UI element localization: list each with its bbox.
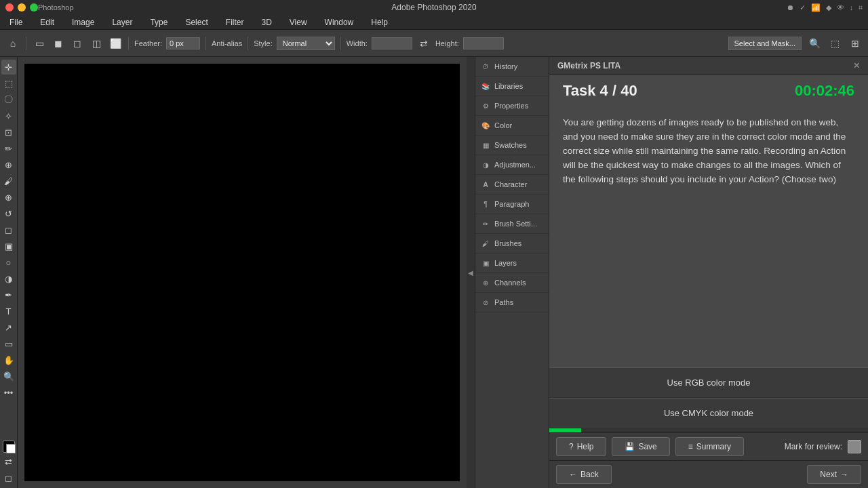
- panel-layers-label: Layers: [494, 259, 517, 267]
- color-icon: 🎨: [481, 121, 490, 130]
- panel-paragraph[interactable]: ¶ Paragraph: [475, 195, 549, 214]
- menu-edit[interactable]: Edit: [37, 16, 57, 28]
- clone-tool[interactable]: ⊕: [1, 190, 16, 205]
- panel-swatches[interactable]: ▦ Swatches: [475, 136, 549, 155]
- brush-tool[interactable]: 🖌: [1, 174, 16, 188]
- foreground-color[interactable]: [3, 441, 15, 453]
- bluetooth-icon: ⌗: [859, 3, 863, 12]
- layout-icon[interactable]: ⊞: [848, 36, 863, 51]
- gradient-tool[interactable]: ▣: [1, 239, 16, 253]
- gmetrix-body: You are getting dozens of images ready t…: [549, 105, 868, 367]
- title-bar-icons: ⏺ ✓ 📶 ◆ 👁 ↓ ⌗: [787, 3, 863, 12]
- close-button[interactable]: [5, 3, 14, 12]
- layers-icon: ▣: [481, 258, 490, 268]
- menu-window[interactable]: Window: [322, 16, 357, 28]
- dodge-tool[interactable]: ◑: [1, 271, 16, 286]
- move-tool[interactable]: ✛: [1, 60, 16, 75]
- summary-button[interactable]: ≡ Summary: [675, 437, 744, 456]
- menu-view[interactable]: View: [287, 16, 310, 28]
- panel-character-label: Character: [494, 180, 527, 188]
- nav-bar: ← Back Next →: [549, 460, 868, 488]
- lasso-tool[interactable]: 〇: [1, 92, 16, 107]
- menu-image[interactable]: Image: [69, 16, 97, 28]
- panel-character[interactable]: A Character: [475, 175, 549, 195]
- view-icon[interactable]: ⬚: [827, 36, 842, 51]
- zoom-tool[interactable]: 🔍: [1, 369, 16, 384]
- close-gmetrix-icon[interactable]: ✕: [853, 61, 860, 70]
- panel-paths[interactable]: ⊘ Paths: [475, 293, 549, 312]
- swap-icon[interactable]: ⇄: [416, 36, 431, 51]
- select-mask-button[interactable]: Select and Mask...: [728, 37, 802, 50]
- height-input[interactable]: [463, 37, 504, 49]
- panel-properties[interactable]: ⚙ Properties: [475, 96, 549, 116]
- back-button[interactable]: ← Back: [556, 465, 612, 484]
- menu-help[interactable]: Help: [368, 16, 391, 28]
- type-tool[interactable]: T: [1, 304, 16, 319]
- marquee2-icon[interactable]: ◼: [51, 36, 66, 51]
- collapse-handle[interactable]: ◀: [467, 57, 475, 488]
- menu-filter[interactable]: Filter: [223, 16, 247, 28]
- menu-3d[interactable]: 3D: [258, 16, 274, 28]
- properties-icon: ⚙: [481, 101, 490, 110]
- marquee4-icon[interactable]: ◫: [89, 36, 104, 51]
- panel-brushes-label: Brushes: [494, 239, 521, 247]
- width-input[interactable]: [372, 37, 412, 49]
- minimize-button[interactable]: [18, 3, 26, 12]
- marquee-tool[interactable]: ⬚: [1, 76, 16, 91]
- maximize-button[interactable]: [30, 3, 38, 12]
- next-button[interactable]: Next →: [807, 465, 861, 484]
- marquee3-icon[interactable]: ◻: [70, 36, 85, 51]
- bottom-bar: ? Help 💾 Save ≡ Summary Mark for review:: [549, 432, 868, 460]
- traffic-lights: [5, 3, 38, 12]
- panel-adjustments[interactable]: ◑ Adjustmen...: [475, 155, 549, 175]
- extra-tools[interactable]: •••: [1, 385, 16, 400]
- ps-panels: ⏱ History 📚 Libraries ⚙ Properties 🎨 Col…: [475, 57, 549, 488]
- panel-libraries[interactable]: 📚 Libraries: [475, 77, 549, 96]
- toolbar-separator-5: [340, 37, 341, 50]
- panel-history[interactable]: ⏱ History: [475, 57, 549, 77]
- mark-review-checkbox[interactable]: [848, 440, 861, 453]
- libraries-icon: 📚: [481, 81, 490, 91]
- panel-channels-label: Channels: [494, 279, 526, 287]
- history-brush-tool[interactable]: ↺: [1, 206, 16, 221]
- menu-bar: File Edit Image Layer Type Select Filter…: [0, 15, 868, 30]
- paragraph-icon: ¶: [481, 199, 490, 209]
- next-icon: →: [840, 470, 848, 479]
- save-button[interactable]: 💾 Save: [612, 437, 669, 456]
- antialias-label: Anti-alias: [212, 39, 242, 47]
- hand-tool[interactable]: ✋: [1, 352, 16, 367]
- menu-layer[interactable]: Layer: [109, 16, 135, 28]
- swap-colors[interactable]: ⇄: [1, 454, 16, 469]
- magic-wand-tool[interactable]: ✧: [1, 108, 16, 123]
- home-icon[interactable]: ⌂: [5, 36, 20, 51]
- panel-color[interactable]: 🎨 Color: [475, 116, 549, 136]
- eraser-tool[interactable]: ◻: [1, 222, 16, 237]
- healing-tool[interactable]: ⊕: [1, 157, 16, 172]
- search-icon[interactable]: 🔍: [807, 36, 822, 51]
- tool5-icon[interactable]: ⬜: [108, 36, 123, 51]
- menu-file[interactable]: File: [7, 16, 25, 28]
- edit-mode[interactable]: ◻: [1, 470, 16, 485]
- menu-select[interactable]: Select: [182, 16, 210, 28]
- toolbar-separator-2: [128, 37, 129, 50]
- blur-tool[interactable]: ○: [1, 255, 16, 270]
- path-selection-tool[interactable]: ↗: [1, 320, 16, 335]
- gmetrix-header: GMetrix PS LITA ✕: [549, 57, 868, 75]
- feather-input[interactable]: [166, 37, 200, 49]
- answer-rgb[interactable]: Use RGB color mode: [549, 367, 868, 398]
- eyedropper-tool[interactable]: ✏: [1, 141, 16, 156]
- answer-cmyk[interactable]: Use CMYK color mode: [549, 398, 868, 428]
- panel-brushes[interactable]: 🖌 Brushes: [475, 234, 549, 253]
- toolbar: ⌂ ▭ ◼ ◻ ◫ ⬜ Feather: Anti-alias Style: N…: [0, 30, 868, 57]
- panel-brush-settings[interactable]: ✏ Brush Setti...: [475, 214, 549, 234]
- crop-tool[interactable]: ⊡: [1, 125, 16, 140]
- shape-tool[interactable]: ▭: [1, 336, 16, 351]
- help-button[interactable]: ? Help: [556, 437, 606, 456]
- style-dropdown[interactable]: Normal Fixed Ratio Fixed Size: [277, 37, 335, 50]
- pen-tool[interactable]: ✒: [1, 287, 16, 302]
- marquee-icon[interactable]: ▭: [32, 36, 47, 51]
- panel-paths-label: Paths: [494, 298, 513, 306]
- panel-layers[interactable]: ▣ Layers: [475, 253, 549, 273]
- panel-channels[interactable]: ⊕ Channels: [475, 273, 549, 293]
- menu-type[interactable]: Type: [147, 16, 170, 28]
